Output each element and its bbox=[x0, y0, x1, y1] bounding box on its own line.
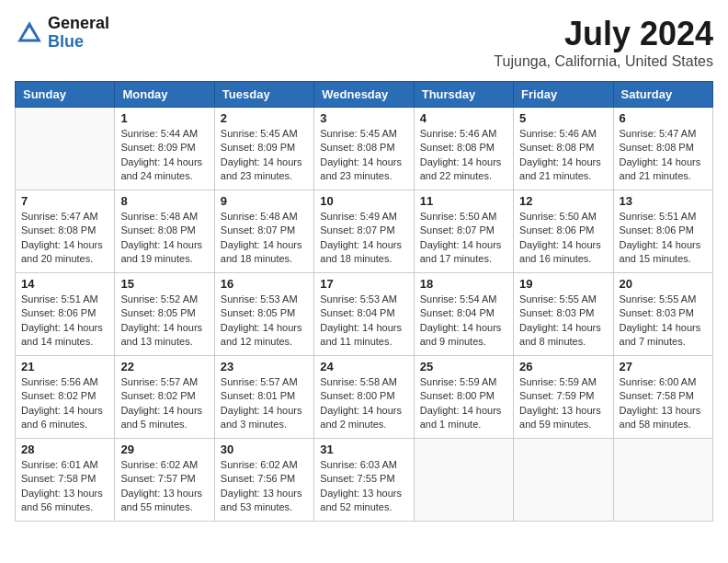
calendar-cell: 30Sunrise: 6:02 AM Sunset: 7:56 PM Dayli… bbox=[214, 439, 313, 522]
month-title: July 2024 bbox=[494, 15, 713, 53]
logo-text: General Blue bbox=[48, 15, 109, 52]
cell-content: Sunrise: 5:49 AM Sunset: 8:07 PM Dayligh… bbox=[320, 210, 407, 267]
date-number: 17 bbox=[320, 277, 407, 291]
calendar-cell bbox=[613, 439, 712, 522]
day-header-thursday: Thursday bbox=[414, 82, 513, 108]
logo-general-text: General bbox=[48, 15, 109, 33]
date-number: 20 bbox=[620, 277, 707, 291]
cell-content: Sunrise: 5:45 AM Sunset: 8:09 PM Dayligh… bbox=[221, 127, 308, 184]
cell-content: Sunrise: 5:46 AM Sunset: 8:08 PM Dayligh… bbox=[420, 127, 507, 184]
date-number: 30 bbox=[221, 442, 308, 456]
cell-content: Sunrise: 5:51 AM Sunset: 8:06 PM Dayligh… bbox=[21, 293, 108, 350]
calendar-cell: 6Sunrise: 5:47 AM Sunset: 8:08 PM Daylig… bbox=[613, 108, 712, 190]
cell-content: Sunrise: 5:48 AM Sunset: 8:08 PM Dayligh… bbox=[120, 210, 208, 267]
logo: General Blue bbox=[15, 15, 109, 52]
date-number: 31 bbox=[320, 442, 407, 456]
date-number: 1 bbox=[120, 111, 208, 125]
header: General Blue July 2024 Tujunga, Californ… bbox=[15, 15, 713, 70]
calendar-cell: 2Sunrise: 5:45 AM Sunset: 8:09 PM Daylig… bbox=[214, 108, 313, 190]
date-number: 7 bbox=[21, 194, 108, 208]
cell-content: Sunrise: 6:01 AM Sunset: 7:58 PM Dayligh… bbox=[21, 458, 108, 515]
calendar-cell: 14Sunrise: 5:51 AM Sunset: 8:06 PM Dayli… bbox=[16, 273, 115, 356]
date-number: 29 bbox=[120, 442, 208, 456]
cell-content: Sunrise: 5:55 AM Sunset: 8:03 PM Dayligh… bbox=[620, 293, 707, 350]
calendar-cell: 26Sunrise: 5:59 AM Sunset: 7:59 PM Dayli… bbox=[514, 356, 613, 439]
date-number: 19 bbox=[519, 277, 607, 291]
date-number: 21 bbox=[21, 360, 108, 373]
day-header-wednesday: Wednesday bbox=[314, 82, 414, 108]
date-number: 4 bbox=[420, 111, 507, 125]
cell-content: Sunrise: 6:03 AM Sunset: 7:55 PM Dayligh… bbox=[320, 458, 407, 515]
calendar-cell: 11Sunrise: 5:50 AM Sunset: 8:07 PM Dayli… bbox=[414, 190, 513, 273]
cell-content: Sunrise: 5:51 AM Sunset: 8:06 PM Dayligh… bbox=[620, 210, 707, 267]
cell-content: Sunrise: 5:53 AM Sunset: 8:04 PM Dayligh… bbox=[320, 293, 407, 350]
cell-content: Sunrise: 6:02 AM Sunset: 7:57 PM Dayligh… bbox=[120, 458, 208, 515]
cell-content: Sunrise: 5:48 AM Sunset: 8:07 PM Dayligh… bbox=[221, 210, 308, 267]
cell-content: Sunrise: 5:59 AM Sunset: 8:00 PM Dayligh… bbox=[420, 375, 507, 432]
date-number: 2 bbox=[221, 111, 308, 125]
week-row-1: 1Sunrise: 5:44 AM Sunset: 8:09 PM Daylig… bbox=[16, 108, 713, 190]
date-number: 25 bbox=[420, 360, 507, 373]
calendar-cell: 7Sunrise: 5:47 AM Sunset: 8:08 PM Daylig… bbox=[16, 190, 115, 273]
location-title: Tujunga, California, United States bbox=[494, 53, 713, 70]
calendar-cell: 12Sunrise: 5:50 AM Sunset: 8:06 PM Dayli… bbox=[514, 190, 613, 273]
date-number: 24 bbox=[320, 360, 407, 373]
cell-content: Sunrise: 5:47 AM Sunset: 8:08 PM Dayligh… bbox=[21, 210, 108, 267]
calendar-cell: 1Sunrise: 5:44 AM Sunset: 8:09 PM Daylig… bbox=[115, 108, 214, 190]
date-number: 5 bbox=[519, 111, 607, 125]
cell-content: Sunrise: 6:00 AM Sunset: 7:58 PM Dayligh… bbox=[620, 375, 707, 432]
date-number: 16 bbox=[221, 277, 308, 291]
calendar-cell: 20Sunrise: 5:55 AM Sunset: 8:03 PM Dayli… bbox=[613, 273, 712, 356]
calendar-cell: 25Sunrise: 5:59 AM Sunset: 8:00 PM Dayli… bbox=[414, 356, 513, 439]
date-number: 28 bbox=[21, 442, 108, 456]
calendar-cell: 19Sunrise: 5:55 AM Sunset: 8:03 PM Dayli… bbox=[514, 273, 613, 356]
date-number: 15 bbox=[120, 277, 208, 291]
calendar-cell: 27Sunrise: 6:00 AM Sunset: 7:58 PM Dayli… bbox=[613, 356, 712, 439]
calendar-cell: 9Sunrise: 5:48 AM Sunset: 8:07 PM Daylig… bbox=[214, 190, 313, 273]
calendar-cell: 21Sunrise: 5:56 AM Sunset: 8:02 PM Dayli… bbox=[16, 356, 115, 439]
cell-content: Sunrise: 5:57 AM Sunset: 8:02 PM Dayligh… bbox=[120, 375, 208, 432]
calendar-cell bbox=[414, 439, 513, 522]
calendar-cell: 28Sunrise: 6:01 AM Sunset: 7:58 PM Dayli… bbox=[16, 439, 115, 522]
calendar-cell: 13Sunrise: 5:51 AM Sunset: 8:06 PM Dayli… bbox=[613, 190, 712, 273]
cell-content: Sunrise: 5:54 AM Sunset: 8:04 PM Dayligh… bbox=[420, 293, 507, 350]
week-row-4: 21Sunrise: 5:56 AM Sunset: 8:02 PM Dayli… bbox=[16, 356, 713, 439]
calendar-cell: 18Sunrise: 5:54 AM Sunset: 8:04 PM Dayli… bbox=[414, 273, 513, 356]
cell-content: Sunrise: 5:46 AM Sunset: 8:08 PM Dayligh… bbox=[519, 127, 607, 184]
date-number: 23 bbox=[221, 360, 308, 373]
week-row-3: 14Sunrise: 5:51 AM Sunset: 8:06 PM Dayli… bbox=[16, 273, 713, 356]
title-area: July 2024 Tujunga, California, United St… bbox=[494, 15, 713, 70]
logo-icon bbox=[15, 18, 44, 48]
date-number: 11 bbox=[420, 194, 507, 208]
date-number: 10 bbox=[320, 194, 407, 208]
cell-content: Sunrise: 5:50 AM Sunset: 8:06 PM Dayligh… bbox=[519, 210, 607, 267]
date-number: 26 bbox=[519, 360, 607, 373]
day-header-friday: Friday bbox=[514, 82, 613, 108]
cell-content: Sunrise: 5:57 AM Sunset: 8:01 PM Dayligh… bbox=[221, 375, 308, 432]
date-number: 14 bbox=[21, 277, 108, 291]
calendar-cell: 22Sunrise: 5:57 AM Sunset: 8:02 PM Dayli… bbox=[115, 356, 214, 439]
calendar-cell: 10Sunrise: 5:49 AM Sunset: 8:07 PM Dayli… bbox=[314, 190, 414, 273]
date-number: 27 bbox=[620, 360, 707, 373]
cell-content: Sunrise: 5:44 AM Sunset: 8:09 PM Dayligh… bbox=[120, 127, 208, 184]
date-number: 22 bbox=[120, 360, 208, 373]
date-number: 12 bbox=[519, 194, 607, 208]
date-number: 9 bbox=[221, 194, 308, 208]
cell-content: Sunrise: 5:52 AM Sunset: 8:05 PM Dayligh… bbox=[120, 293, 208, 350]
week-row-5: 28Sunrise: 6:01 AM Sunset: 7:58 PM Dayli… bbox=[16, 439, 713, 522]
cell-content: Sunrise: 5:47 AM Sunset: 8:08 PM Dayligh… bbox=[620, 127, 707, 184]
calendar-cell: 31Sunrise: 6:03 AM Sunset: 7:55 PM Dayli… bbox=[314, 439, 414, 522]
calendar-cell: 17Sunrise: 5:53 AM Sunset: 8:04 PM Dayli… bbox=[314, 273, 414, 356]
calendar-cell: 24Sunrise: 5:58 AM Sunset: 8:00 PM Dayli… bbox=[314, 356, 414, 439]
calendar-cell: 3Sunrise: 5:45 AM Sunset: 8:08 PM Daylig… bbox=[314, 108, 414, 190]
header-row: SundayMondayTuesdayWednesdayThursdayFrid… bbox=[16, 82, 713, 108]
calendar-cell: 4Sunrise: 5:46 AM Sunset: 8:08 PM Daylig… bbox=[414, 108, 513, 190]
calendar-cell: 15Sunrise: 5:52 AM Sunset: 8:05 PM Dayli… bbox=[115, 273, 214, 356]
calendar-cell: 29Sunrise: 6:02 AM Sunset: 7:57 PM Dayli… bbox=[115, 439, 214, 522]
date-number: 8 bbox=[120, 194, 208, 208]
date-number: 13 bbox=[620, 194, 707, 208]
logo-blue-text: Blue bbox=[48, 33, 109, 52]
date-number: 6 bbox=[620, 111, 707, 125]
date-number: 3 bbox=[320, 111, 407, 125]
calendar-table: SundayMondayTuesdayWednesdayThursdayFrid… bbox=[15, 81, 713, 522]
